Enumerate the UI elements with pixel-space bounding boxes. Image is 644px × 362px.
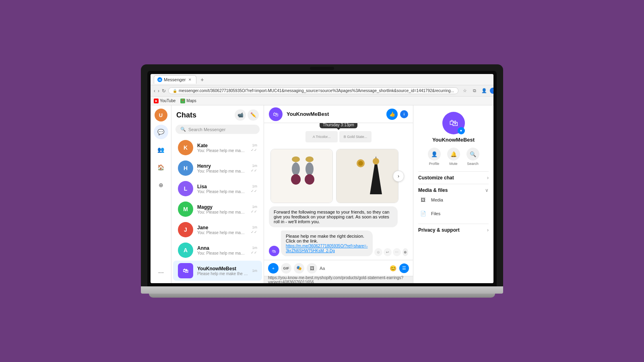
chat-item[interactable]: H Henry You: Please help me make the rig… <box>173 158 262 178</box>
chat-preview: You: Please help me make the right... <box>197 251 247 255</box>
chat-info-jane: Jane You: Please help me make the right.… <box>197 225 247 235</box>
chat-item[interactable]: M Maggy You: Please help me make the rig… <box>173 199 262 219</box>
reload-btn[interactable]: ↻ <box>162 87 166 95</box>
messenger-app: U 💬 👥 🏠 ⊕ ⋯ Chats <box>151 105 493 283</box>
compose-btn[interactable]: ✏️ <box>248 109 259 121</box>
rp-media-sub[interactable]: 🖼 Media <box>418 193 489 207</box>
back-btn[interactable]: ‹ <box>154 87 155 95</box>
sticker-btn[interactable]: 🎭 <box>294 263 304 274</box>
files-label: Files <box>431 211 440 216</box>
chat-header-actions: 👍 i <box>386 109 408 120</box>
chat-meta: 1m ✓✓ <box>251 164 257 173</box>
rp-customize-section: Customize chat › <box>418 171 489 184</box>
message-more-options[interactable]: ⊕ <box>402 248 408 256</box>
rp-search-action[interactable]: 🔍 Search <box>466 148 479 166</box>
chat-avatar-kate: K <box>178 140 193 155</box>
rp-customize-title: Customize chat <box>418 175 454 181</box>
rp-files-sub[interactable]: 📄 Files <box>418 207 489 220</box>
update-button[interactable]: Update <box>490 88 493 94</box>
sender-avatar: 🛍 <box>269 246 279 256</box>
header-icons: 📹 ✏️ <box>235 109 259 121</box>
product-label-b: B Gold Statement Earrings <box>336 203 398 203</box>
chat-info-henry: Henry You: Please help me make the righ.… <box>197 163 247 173</box>
rp-profile-action[interactable]: 👤 Profile <box>428 148 441 166</box>
chat-time: 1m <box>252 143 257 147</box>
rp-privacy-row[interactable]: Privacy & support › <box>418 227 489 233</box>
image-btn[interactable]: 🖼 <box>307 263 317 274</box>
chat-item[interactable]: J Jane You: Please help me make the righ… <box>173 220 262 240</box>
tab-bar: m Messenger ✕ + <box>154 75 206 84</box>
chat-name: Henry <box>197 163 247 169</box>
input-right-icons: 😊 ☰ <box>388 263 409 273</box>
emoji-btn[interactable]: 😊 <box>388 263 398 273</box>
search-box[interactable]: 🔍 Search Messenger <box>175 125 260 134</box>
bookmark-maps[interactable]: 📍 Maps <box>180 99 196 103</box>
chat-item-active[interactable]: 🛍 YouKnowMeBest Please help me make the … <box>173 261 262 281</box>
more-btn[interactable]: ⋯ <box>393 248 401 256</box>
read-icon: ✓✓ <box>251 230 257 234</box>
chat-time: 1m <box>252 269 257 273</box>
gif-btn[interactable]: GIF <box>281 263 291 274</box>
carousel-next-btn[interactable]: › <box>393 171 404 182</box>
laptop-shell: m Messenger ✕ + ‹ › ↻ 🔒 <box>141 64 503 298</box>
chat-avatar-maggy: M <box>178 202 193 217</box>
preview-a: A Tricolor... <box>305 131 338 142</box>
new-tab-btn[interactable]: + <box>198 76 206 84</box>
emoji-react-btn[interactable]: ☺ <box>374 248 382 256</box>
chat-info-kate: Kate You: Please help me make the right.… <box>197 143 247 153</box>
rp-media-row[interactable]: Media & files ∨ <box>418 187 489 193</box>
rp-media-section: Media & files ∨ 🖼 Media 📄 Files <box>418 184 489 224</box>
chat-main: 🛍 YouKnowMeBest 👍 i <box>264 105 413 283</box>
bookmark-youtube[interactable]: ▶ YouTube <box>154 99 175 103</box>
rp-customize-row[interactable]: Customize chat › <box>418 175 489 181</box>
chat-preview: You: Please help me make the right... <box>197 148 247 153</box>
product-image-b <box>336 149 398 203</box>
chat-item[interactable]: K Kate You: Please help me make the righ… <box>173 138 262 158</box>
user-avatar-rail[interactable]: U <box>155 109 167 121</box>
svg-point-3 <box>291 174 301 185</box>
message-2-bubble: Please help me make the right decision. … <box>281 230 373 256</box>
video-call-btn[interactable]: 📹 <box>235 109 246 121</box>
plus-btn[interactable]: + <box>268 263 279 274</box>
rp-privacy-title: Privacy & support <box>418 227 460 233</box>
svg-point-2 <box>292 162 300 175</box>
info-btn[interactable]: i <box>400 110 408 118</box>
active-tab[interactable]: m Messenger ✕ <box>154 75 196 84</box>
rail-people-icon[interactable]: 👥 <box>154 142 168 157</box>
rail-more-icon[interactable]: ⋯ <box>154 265 168 280</box>
status-bar: https://you-know-me-best.myshopify.com/p… <box>264 276 413 283</box>
reply-btn[interactable]: ↩ <box>384 248 392 256</box>
thumbs-input-btn[interactable]: ☰ <box>399 263 409 273</box>
chat-time: 1m <box>252 184 257 188</box>
message-link[interactable]: https://m.me/36062771805935O/?ref=share=… <box>286 244 367 253</box>
chat-preview: You: Please help me make the right... <box>197 210 247 214</box>
rail-stories-icon[interactable]: ⊕ <box>154 178 168 192</box>
rail-rooms-icon[interactable]: 🏠 <box>154 160 168 175</box>
aa-label[interactable]: Aa <box>320 266 325 271</box>
address-bar[interactable]: 🔒 messenger.com/t/36062771805935O/?ref=i… <box>168 87 458 94</box>
chat-avatar-anna: A <box>178 243 193 258</box>
rp-mute-action[interactable]: 🔔 Mute <box>447 148 460 166</box>
thumbs-up-btn[interactable]: 👍 <box>386 109 398 120</box>
chat-time: 1m <box>252 246 257 250</box>
chat-name: YouKnowMeBest <box>197 266 248 272</box>
media-label: Media <box>431 197 443 202</box>
product-card-b[interactable]: B Gold Statement Earrings <box>336 149 398 203</box>
star-icon[interactable]: ☆ <box>461 87 469 95</box>
extension-icon[interactable]: ⧉ <box>471 87 479 95</box>
profile-icon[interactable]: 👤 <box>480 87 488 95</box>
files-icon: 📄 <box>418 209 428 218</box>
chat-avatar-lisa: L <box>178 181 193 196</box>
message-actions: ☺ ↩ ⋯ <box>374 248 401 256</box>
chat-header-name: YouKnowMeBest <box>287 111 382 117</box>
tab-close-btn[interactable]: ✕ <box>187 77 193 82</box>
laptop-lid: m Messenger ✕ + ‹ › ↻ 🔒 <box>141 64 503 286</box>
chat-info-anna: Anna You: Please help me make the right.… <box>197 245 247 255</box>
forward-btn[interactable]: › <box>158 87 159 95</box>
address-text: messenger.com/t/36062771805935O/?ref=imp… <box>179 88 454 93</box>
chat-item[interactable]: A Anna You: Please help me make the righ… <box>173 240 262 260</box>
chat-item[interactable]: L Lisa You: Please help me make the righ… <box>173 179 262 199</box>
chat-preview: Please help me make the right dec... <box>197 272 248 276</box>
product-card-a[interactable]: A Tricolor Earrings <box>270 149 333 203</box>
rail-chat-icon[interactable]: 💬 <box>154 125 168 139</box>
